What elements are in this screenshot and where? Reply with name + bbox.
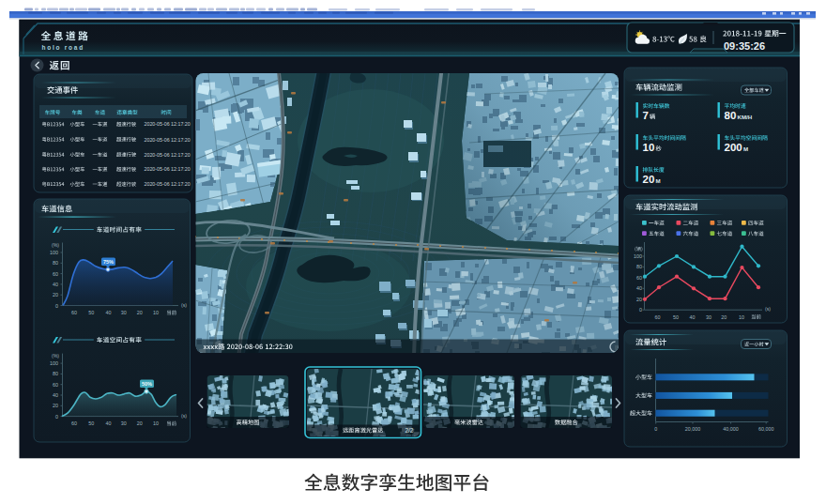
svg-text:0: 0: [654, 426, 657, 432]
svg-text:M: M: [656, 177, 661, 184]
svg-text:20,000: 20,000: [685, 426, 701, 432]
svg-text:20: 20: [721, 314, 727, 320]
svg-text:20: 20: [137, 420, 143, 426]
svg-text:60: 60: [53, 382, 58, 388]
svg-text:40: 40: [690, 314, 696, 320]
svg-text:0: 0: [55, 303, 58, 309]
svg-text:holo road: holo road: [42, 44, 84, 51]
svg-text:10: 10: [153, 420, 159, 426]
svg-text:7: 7: [643, 110, 649, 121]
svg-text:2020-05-06 12:17:20: 2020-05-06 12:17:20: [145, 121, 191, 127]
svg-text:10: 10: [153, 310, 159, 315]
svg-text:80: 80: [725, 110, 737, 121]
svg-text:100: 100: [634, 253, 642, 259]
svg-text:50: 50: [88, 310, 94, 315]
svg-text:0: 0: [55, 414, 58, 420]
svg-text:40: 40: [106, 420, 112, 426]
svg-text:(s): (s): [181, 302, 187, 308]
svg-text:75%: 75%: [103, 259, 114, 265]
svg-text:30: 30: [121, 420, 127, 426]
svg-text:30: 30: [706, 314, 711, 320]
svg-text:20: 20: [636, 297, 642, 302]
svg-text:80: 80: [53, 260, 58, 266]
svg-text:100: 100: [50, 250, 58, 255]
svg-text:80: 80: [53, 371, 58, 376]
svg-text:40: 40: [636, 285, 642, 291]
svg-text:KM/H: KM/H: [738, 114, 753, 120]
svg-text:20: 20: [643, 174, 655, 185]
svg-text:(s): (s): [181, 413, 187, 419]
svg-text:100: 100: [50, 360, 58, 366]
svg-text:30: 30: [121, 310, 127, 315]
svg-text:40: 40: [53, 392, 58, 398]
svg-text:2020-05-06 12:17:20: 2020-05-06 12:17:20: [145, 152, 191, 158]
svg-text:09:35:26: 09:35:26: [724, 40, 765, 52]
svg-text:2/2: 2/2: [405, 427, 413, 434]
svg-text:80: 80: [636, 264, 642, 269]
svg-text:(%): (%): [52, 353, 59, 359]
svg-text:20: 20: [53, 403, 58, 408]
svg-text:10: 10: [643, 142, 655, 153]
svg-text:60: 60: [53, 271, 58, 277]
svg-text:2020-05-06 12:17:20: 2020-05-06 12:17:20: [145, 166, 191, 172]
svg-text:50: 50: [88, 420, 94, 426]
svg-text:40: 40: [53, 282, 58, 287]
svg-text:60,000: 60,000: [758, 426, 774, 432]
svg-text:M: M: [743, 145, 748, 152]
svg-text:40: 40: [106, 310, 112, 315]
svg-text:10: 10: [739, 314, 744, 320]
svg-text:2020-05-06 12:17:20: 2020-05-06 12:17:20: [145, 137, 191, 143]
svg-text:20: 20: [53, 292, 58, 298]
svg-text:60: 60: [636, 275, 642, 281]
svg-text:50: 50: [673, 314, 679, 320]
svg-text:40,000: 40,000: [723, 426, 739, 432]
svg-text:60: 60: [655, 314, 661, 320]
svg-text:200: 200: [725, 142, 742, 153]
svg-text:2020-05-06 12:17:20: 2020-05-06 12:17:20: [145, 181, 191, 187]
svg-text:50%: 50%: [142, 381, 152, 387]
svg-text:(%): (%): [52, 242, 59, 248]
svg-text:20: 20: [137, 310, 143, 315]
svg-text:60: 60: [71, 310, 77, 315]
svg-text:60: 60: [71, 420, 77, 426]
svg-text:(s): (s): [765, 306, 771, 312]
svg-text:0: 0: [639, 307, 642, 313]
